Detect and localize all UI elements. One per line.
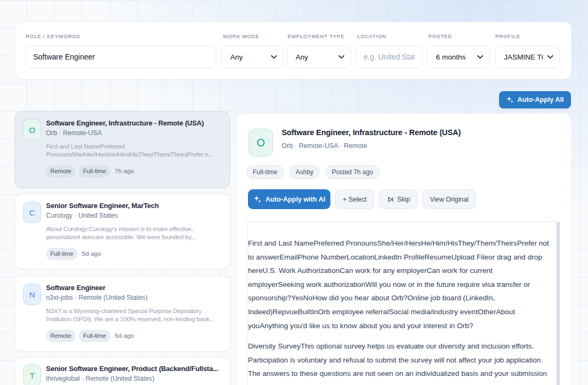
profile-value: JASMINE TORRES <box>504 53 543 61</box>
posted-value: 6 months <box>436 53 473 61</box>
skip-icon <box>387 196 394 203</box>
auto-apply-all-button[interactable]: Auto-Apply All <box>499 91 571 108</box>
location-input-wrap <box>356 46 423 68</box>
select-button[interactable]: + Select <box>335 189 374 209</box>
job-title: Software Engineer <box>46 284 225 292</box>
job-posted-time: 5d ago <box>82 250 101 257</box>
job-card-n3xt[interactable]: N Software Engineer n3xt-jobs · Remote (… <box>14 276 230 352</box>
auto-apply-label: Auto-Apply with AI <box>266 196 325 203</box>
chevron-down-icon <box>338 55 344 59</box>
job-detail-panel: O Software Engineer, Infrastructure - Re… <box>237 114 571 385</box>
description-paragraph: First and Last NamePreferred PronounsShe… <box>248 236 555 332</box>
view-original-label: View Original <box>430 196 469 203</box>
tag-fulltime: Full-time <box>46 248 78 260</box>
select-label: + Select <box>343 196 367 203</box>
job-title: Software Engineer, Infrastructure - Remo… <box>46 119 225 127</box>
profile-select[interactable]: JASMINE TORRES <box>495 46 560 68</box>
auto-apply-button[interactable]: Auto-Apply with AI <box>248 189 330 209</box>
description-paragraph: Diversity SurveyThis optional survey hel… <box>248 339 555 381</box>
sparkle-icon <box>253 195 261 203</box>
work-mode-select[interactable]: Any <box>221 46 284 68</box>
posted-select[interactable]: 6 months <box>427 46 490 68</box>
work-mode-label: WORK MODE <box>223 33 259 39</box>
job-company-location: Curology · United States <box>46 212 225 219</box>
chevron-down-icon <box>547 55 553 59</box>
badge-fulltime: Full-time <box>246 165 284 179</box>
job-company-location: Orb · Remote-USA <box>46 129 225 137</box>
employment-type-value: Any <box>296 53 334 61</box>
job-description-preview: N3XT is a Wyoming-chartered Special Purp… <box>46 307 225 324</box>
work-mode-value: Any <box>230 53 267 61</box>
company-avatar: O <box>248 129 273 157</box>
detail-actions: Auto-Apply with AI + Select Skip View Or… <box>248 189 476 209</box>
company-avatar: T <box>23 365 41 385</box>
job-description[interactable]: First and Last NamePreferred PronounsShe… <box>247 221 556 385</box>
detail-badges: Full-time Ashby Posted 7h ago <box>246 165 380 179</box>
company-avatar: N <box>23 284 41 305</box>
filter-bar: ROLE / KEYWORDS WORK MODE Any EMPLOYMENT… <box>16 22 571 79</box>
role-input[interactable] <box>26 46 216 68</box>
job-card-orb[interactable]: O Software Engineer, Infrastructure - Re… <box>14 111 230 188</box>
description-scrollbar[interactable] <box>557 221 560 385</box>
role-input-wrap <box>25 46 216 68</box>
tag-remote: Remote <box>46 165 76 177</box>
job-description-preview: About Curology:Curology's mission is to … <box>46 225 225 242</box>
location-label: LOCATION <box>357 33 387 39</box>
sparkle-icon <box>506 96 514 103</box>
tag-fulltime: Full-time <box>79 165 110 177</box>
tag-fulltime: Full-time <box>79 330 110 342</box>
posted-label: POSTED <box>428 33 452 39</box>
job-description-preview: First and Last NamePreferred PronounsShe… <box>46 143 225 159</box>
job-card-curology[interactable]: C Senior Software Engineer, MarTech Curo… <box>14 194 230 269</box>
job-posted-time: 5d ago <box>115 332 134 339</box>
badge-source: Ashby <box>289 165 320 179</box>
skip-label: Skip <box>397 196 410 203</box>
job-card-thriveglobal[interactable]: T Senior Software Engineer, Product (Bac… <box>14 357 230 385</box>
skip-button[interactable]: Skip <box>379 189 418 209</box>
detail-company-location: Orb · Remote-USA · Remote <box>282 142 367 150</box>
job-posted-time: 7h ago <box>115 167 134 175</box>
profile-label: PROFILE <box>495 33 521 39</box>
chevron-down-icon <box>477 55 483 59</box>
company-avatar: O <box>23 119 41 140</box>
job-title: Senior Software Engineer, MarTech <box>46 202 225 210</box>
employment-type-label: EMPLOYMENT TYPE <box>288 33 344 39</box>
badge-posted: Posted 7h ago <box>325 165 379 179</box>
role-label: ROLE / KEYWORDS <box>26 33 80 39</box>
detail-job-title: Software Engineer, Infrastructure - Remo… <box>282 128 461 137</box>
auto-apply-all-label: Auto-Apply All <box>517 96 563 103</box>
job-title: Senior Software Engineer, Product (Backe… <box>46 365 225 373</box>
tag-remote: Remote <box>46 330 76 342</box>
view-original-button[interactable]: View Original <box>423 189 476 209</box>
job-company-location: n3xt-jobs · Remote (United States) <box>46 294 225 301</box>
company-avatar: C <box>23 202 41 223</box>
chevron-down-icon <box>271 55 277 59</box>
employment-type-select[interactable]: Any <box>287 46 351 68</box>
job-company-location: thriveglobal · Remote (United States) <box>46 375 225 382</box>
location-input[interactable] <box>356 46 422 68</box>
